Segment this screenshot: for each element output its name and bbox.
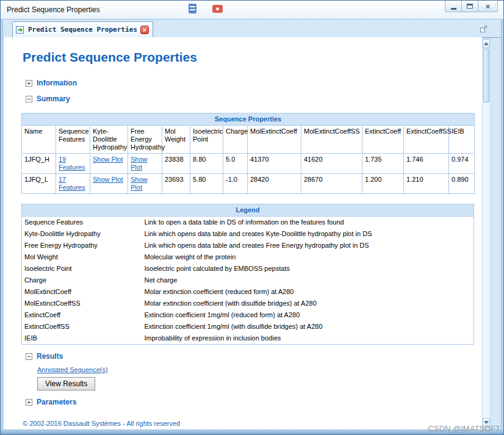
table-title: Sequence Properties bbox=[22, 113, 475, 126]
legend-description: Net charge bbox=[142, 275, 474, 286]
extinct-cell: 1.735 bbox=[362, 154, 404, 174]
section-parameters[interactable]: Parameters bbox=[26, 398, 474, 406]
minimize-icon bbox=[451, 8, 456, 10]
legend-row: Free Energy HydropathyLink which opens d… bbox=[22, 240, 474, 251]
legend-term: IEIB bbox=[22, 333, 142, 345]
column-header: Sequence Features bbox=[56, 126, 90, 154]
mol-extinct-cell: 28420 bbox=[248, 174, 301, 194]
collapse-icon bbox=[26, 353, 32, 360]
mol-extinct-cell: 41370 bbox=[248, 154, 301, 174]
close-icon: × bbox=[486, 2, 491, 10]
column-header: ExtinctCoeff bbox=[362, 126, 404, 154]
legend-row: MolExtinctCoeffSSMolar extinction coeffi… bbox=[22, 298, 474, 309]
maximize-icon bbox=[467, 4, 473, 9]
free-energy-plot-link[interactable]: Show Plot bbox=[131, 156, 148, 171]
section-label-information: Information bbox=[37, 79, 77, 87]
close-window-button[interactable]: × bbox=[478, 1, 498, 12]
legend-description: Link to open a data table in DS of infor… bbox=[142, 217, 474, 229]
column-header: MolExtinctCoeffSS bbox=[301, 126, 362, 154]
view-results-button[interactable]: View Results bbox=[37, 377, 95, 390]
table-row: 1JFQ_H 19 Features Show Plot Show Plot 2… bbox=[22, 154, 475, 174]
scrollbar-thumb[interactable] bbox=[483, 49, 489, 102]
name-cell: 1JFQ_L bbox=[22, 174, 56, 194]
legend-term: Kyte-Doolittle Hydropathy bbox=[22, 228, 142, 240]
legend-term: Charge bbox=[22, 275, 142, 286]
kyte-cell: Show Plot bbox=[90, 174, 128, 194]
legend-row: Kyte-Doolittle HydropathyLink which open… bbox=[22, 228, 474, 240]
legend-description: Improbability of expression in inclusion… bbox=[142, 333, 474, 345]
section-summary[interactable]: Summary bbox=[26, 95, 474, 103]
table-header-row: Name Sequence Features Kyte-Doolittle Hy… bbox=[22, 126, 475, 154]
collapse-icon bbox=[26, 96, 32, 102]
minimize-button[interactable] bbox=[445, 1, 462, 12]
legend-description: Molar extinction coefficient (with disul… bbox=[142, 298, 474, 309]
protocol-icon bbox=[16, 26, 25, 34]
extinct-ss-cell: 1.210 bbox=[404, 174, 449, 194]
popout-icon[interactable] bbox=[480, 25, 488, 33]
features-link[interactable]: 19 Features bbox=[59, 156, 85, 171]
isoelectric-cell: 8.80 bbox=[190, 154, 223, 174]
column-header: Charge bbox=[223, 126, 248, 154]
legend-description: Molecular weight of the protein bbox=[142, 251, 474, 263]
column-header: Mol Weight bbox=[162, 126, 190, 154]
kyte-plot-link[interactable]: Show Plot bbox=[93, 176, 123, 183]
scroll-up-button[interactable] bbox=[483, 39, 490, 48]
kyte-plot-link[interactable]: Show Plot bbox=[93, 156, 123, 163]
legend-term: Mol Weight bbox=[22, 251, 142, 263]
maximize-button[interactable] bbox=[461, 1, 478, 12]
legend-description: Link which opens data table and creates … bbox=[142, 240, 474, 251]
ieib-cell: 0.890 bbox=[449, 174, 475, 194]
legend-description: Extinction coefficient 1mg/ml (with disu… bbox=[142, 321, 474, 333]
legend-row: ExtinctCoeffSSExtinction coefficient 1mg… bbox=[22, 321, 474, 333]
section-label-summary: Summary bbox=[37, 95, 70, 103]
ime-overlay-icon bbox=[189, 4, 196, 13]
legend-term: MolExtinctCoeffSS bbox=[22, 298, 142, 309]
free-energy-plot-link[interactable]: Show Plot bbox=[131, 176, 148, 191]
legend-term: ExtinctCoeffSS bbox=[22, 321, 142, 333]
tab-label: Predict Sequence Properties bbox=[28, 26, 137, 34]
features-cell: 17 Features bbox=[56, 174, 90, 194]
section-results[interactable]: Results bbox=[26, 352, 474, 361]
notification-badge-icon bbox=[212, 5, 223, 13]
app-window: Predict Sequence Properties × Predict Se… bbox=[0, 0, 504, 435]
column-header: ExtinctCoeffSS bbox=[404, 126, 449, 154]
name-cell: 1JFQ_H bbox=[22, 154, 56, 174]
legend-term: Sequence Features bbox=[22, 217, 142, 229]
tab-strip: Predict Sequence Properties × bbox=[3, 20, 501, 38]
legend-description: Link which opens data table and creates … bbox=[142, 228, 474, 240]
legend-description: Molar extinction coefficient (reduced fo… bbox=[142, 286, 474, 298]
watermark: CSDN @IMATSOFT bbox=[428, 424, 500, 433]
legend-row: Isoelectric PointIsoelectric point calcu… bbox=[22, 263, 474, 275]
column-header: MolExtinctCoeff bbox=[248, 126, 301, 154]
extinct-cell: 1.200 bbox=[362, 174, 404, 194]
column-header: Isoelectric Point bbox=[190, 126, 223, 154]
legend-row: ChargeNet charge bbox=[22, 275, 474, 286]
legend-row: Mol WeightMolecular weight of the protei… bbox=[22, 251, 474, 263]
window-controls: × bbox=[445, 1, 498, 12]
features-link[interactable]: 17 Features bbox=[59, 176, 85, 191]
free-energy-cell: Show Plot bbox=[128, 154, 162, 174]
column-header: IEIB bbox=[449, 126, 475, 154]
legend-title: Legend bbox=[22, 204, 474, 217]
vertical-scrollbar[interactable] bbox=[482, 38, 491, 428]
legend-row: MolExtinctCoeffMolar extinction coeffici… bbox=[22, 286, 474, 298]
copyright-text: © 2002-2016 Dassault Systèmes - All righ… bbox=[23, 420, 474, 427]
section-information[interactable]: Information bbox=[26, 79, 474, 87]
legend-term: Isoelectric Point bbox=[22, 263, 142, 275]
table-row: 1JFQ_L 17 Features Show Plot Show Plot 2… bbox=[22, 174, 475, 194]
app-frame: Predict Sequence Properties × Predict Se… bbox=[2, 19, 502, 430]
tab-close-icon[interactable]: × bbox=[140, 26, 149, 34]
tab-predict-sequence-properties[interactable]: Predict Sequence Properties × bbox=[12, 21, 153, 38]
legend-description: Isoelectric point calculated by EMBOSS p… bbox=[142, 263, 474, 275]
mol-weight-cell: 23838 bbox=[162, 154, 190, 174]
column-header: Name bbox=[22, 126, 56, 154]
mol-weight-cell: 23693 bbox=[162, 174, 190, 194]
section-label-parameters: Parameters bbox=[37, 398, 76, 406]
annotated-sequences-link[interactable]: Annotated Sequence(s) bbox=[37, 366, 108, 373]
charge-cell: -1.0 bbox=[223, 174, 248, 194]
sequence-properties-table: Sequence Properties Name Sequence Featur… bbox=[21, 113, 475, 194]
expand-icon bbox=[26, 399, 32, 406]
legend-term: Free Energy Hydropathy bbox=[22, 240, 142, 251]
title-bar: Predict Sequence Properties × bbox=[1, 1, 503, 20]
legend-table: Legend Sequence FeaturesLink to open a d… bbox=[21, 204, 474, 345]
